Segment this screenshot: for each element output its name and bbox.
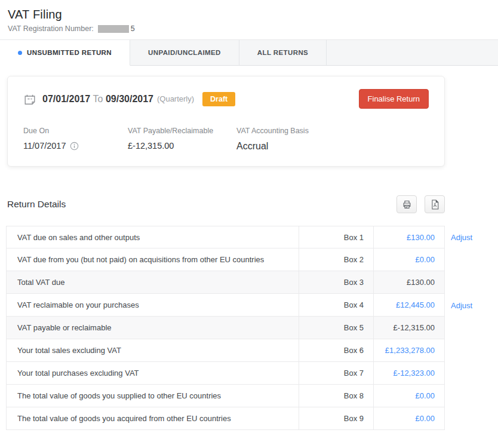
vat-registration-label: VAT Registration Number:	[8, 24, 94, 33]
return-details-table: VAT due on sales and other outputs Box 1…	[6, 226, 498, 430]
table-row: The total value of goods you acquired fr…	[6, 407, 498, 430]
due-on-block: Due On 11/07/2017	[23, 127, 128, 152]
table-row-total: VAT payable or reclaimable Box 5 £-12,31…	[6, 317, 498, 339]
vat-registration-line: VAT Registration Number: 5	[8, 24, 488, 33]
accounting-basis-block: VAT Accounting Basis Accrual	[236, 127, 309, 152]
row-box-label: Box 8	[299, 385, 373, 407]
row-amount-link[interactable]: £1,233,278.00	[385, 346, 435, 355]
row-amount-link[interactable]: £0.00	[415, 414, 435, 423]
active-tab-dot-icon	[18, 51, 22, 55]
row-description: VAT due from you (but not paid) on acqui…	[6, 248, 299, 271]
row-box-label: Box 5	[299, 317, 373, 339]
period-frequency: (Quarterly)	[157, 94, 194, 103]
row-amount-link[interactable]: £0.00	[415, 255, 435, 264]
pdf-file-icon	[431, 200, 439, 210]
due-on-label: Due On	[23, 127, 128, 135]
row-amount-link[interactable]: £12,445.00	[396, 300, 435, 309]
tab-unpaid-unclaimed[interactable]: UNPAID/UNCLAIMED	[130, 40, 239, 65]
return-details-title: Return Details	[7, 199, 66, 210]
table-row: Your total purchases excluding VAT Box 7…	[6, 362, 498, 385]
tab-all-returns[interactable]: ALL RETURNS	[239, 40, 327, 65]
row-amount: £130.00	[407, 278, 435, 287]
row-amount: £-12,315.00	[394, 323, 435, 332]
return-details-header: Return Details	[7, 195, 445, 213]
row-box-label: Box 7	[299, 362, 373, 385]
export-pdf-button[interactable]	[425, 195, 445, 213]
vat-payable-block: VAT Payable/Reclaimable £-12,315.00	[128, 127, 236, 152]
table-row: Your total sales excluding VAT Box 6 £1,…	[6, 339, 498, 362]
print-button[interactable]	[396, 195, 417, 213]
due-on-value: 11/07/2017	[23, 141, 66, 151]
filing-summary-card: 07/01/2017 To 09/30/2017 (Quarterly) Dra…	[7, 76, 445, 167]
table-row: VAT due from you (but not paid) on acqui…	[6, 248, 498, 271]
row-box-label: Box 9	[299, 407, 373, 430]
tab-unsubmitted-return[interactable]: UNSUBMITTED RETURN	[0, 40, 130, 66]
accounting-basis-value: Accrual	[236, 141, 309, 152]
row-box-label: Box 3	[299, 271, 373, 294]
registration-number-suffix: 5	[131, 24, 135, 33]
calendar-icon	[23, 93, 36, 106]
period-end-date: 09/30/2017	[106, 94, 153, 104]
table-row: VAT due on sales and other outputs Box 1…	[6, 226, 498, 248]
row-description: VAT reclaimable on your purchases	[6, 294, 299, 317]
row-box-label: Box 4	[299, 294, 373, 317]
row-description: The total value of goods you supplied to…	[6, 385, 299, 407]
page-header: VAT Filing VAT Registration Number: 5	[0, 0, 498, 39]
page-title: VAT Filing	[8, 8, 488, 22]
redacted-registration-number	[98, 25, 129, 33]
row-amount-link[interactable]: £0.00	[415, 391, 435, 400]
tab-label: UNPAID/UNCLAIMED	[148, 49, 221, 56]
tab-bar: UNSUBMITTED RETURN UNPAID/UNCLAIMED ALL …	[0, 39, 498, 66]
row-description: Your total sales excluding VAT	[6, 339, 299, 362]
row-description: Your total purchases excluding VAT	[6, 362, 299, 385]
row-amount-link[interactable]: £-12,323.00	[394, 369, 435, 378]
period-start-date: 07/01/2017	[42, 94, 90, 104]
adjust-link[interactable]: Adjust	[451, 301, 472, 310]
row-description: VAT due on sales and other outputs	[6, 226, 299, 248]
vat-payable-value: £-12,315.00	[128, 141, 236, 151]
row-description: Total VAT due	[6, 271, 299, 294]
row-description: The total value of goods you acquired fr…	[6, 407, 299, 430]
status-badge: Draft	[202, 92, 235, 106]
row-box-label: Box 6	[299, 339, 373, 362]
period-to-text: To	[93, 94, 103, 104]
finalise-return-button[interactable]: Finalise Return	[359, 89, 429, 109]
adjust-link[interactable]: Adjust	[451, 233, 472, 242]
row-description: VAT payable or reclaimable	[6, 317, 299, 339]
row-amount-link[interactable]: £130.00	[407, 233, 435, 242]
table-row: The total value of goods you supplied to…	[6, 385, 498, 407]
table-row-total: Total VAT due Box 3 £130.00	[6, 271, 498, 294]
filing-period: 07/01/2017 To 09/30/2017	[42, 94, 153, 105]
info-icon[interactable]	[70, 142, 79, 151]
row-box-label: Box 2	[299, 248, 373, 271]
vat-payable-label: VAT Payable/Reclaimable	[128, 127, 236, 135]
row-box-label: Box 1	[299, 226, 373, 248]
printer-icon	[402, 200, 412, 210]
tab-label: ALL RETURNS	[257, 49, 308, 56]
tab-label: UNSUBMITTED RETURN	[27, 49, 112, 56]
table-row: VAT reclaimable on your purchases Box 4 …	[6, 294, 498, 317]
accounting-basis-label: VAT Accounting Basis	[236, 127, 309, 135]
